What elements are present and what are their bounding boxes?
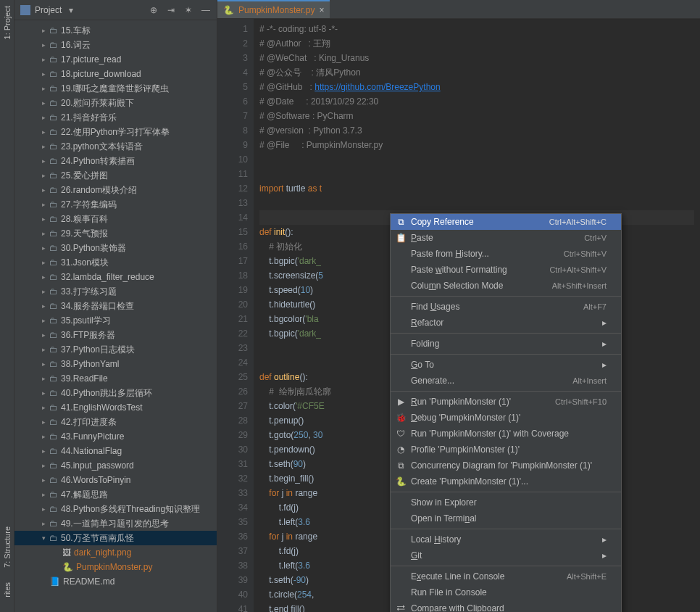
menu-item[interactable]: Folding▸ <box>391 336 621 352</box>
expand-arrow-icon[interactable]: ▸ <box>42 491 49 498</box>
menu-item[interactable]: Paste from History...Ctrl+Shift+V <box>391 246 621 262</box>
expand-arrow-icon[interactable]: ▸ <box>42 273 49 281</box>
menu-item[interactable]: 🛡Run 'PumpkinMonster (1)' with Coverage <box>391 426 621 442</box>
menu-item[interactable]: Paste without FormattingCtrl+Alt+Shift+V <box>391 262 621 278</box>
folder-item[interactable]: ▸🗀19.哪吒之魔童降世影评爬虫 <box>14 81 217 96</box>
folder-item[interactable]: ▸🗀26.random模块介绍 <box>14 183 217 197</box>
project-tree[interactable]: ▸🗀15.车标▸🗀16.词云▸🗀17.picture_read▸🗀18.pict… <box>14 20 217 612</box>
expand-arrow-icon[interactable]: ▸ <box>42 85 49 92</box>
tab-file[interactable]: 🐍 PumpkinMonster.py × <box>217 0 330 18</box>
expand-arrow-icon[interactable]: ▸ <box>42 56 49 63</box>
folder-item[interactable]: ▸🗀31.Json模块 <box>14 255 217 270</box>
folder-item[interactable]: ▸🗀25.爱心拼图 <box>14 168 217 183</box>
expand-arrow-icon[interactable]: ▸ <box>42 70 49 78</box>
folder-item[interactable]: ▸🗀22.使用Python学习打军体拳 <box>14 125 217 139</box>
expand-arrow-icon[interactable]: ▸ <box>42 433 49 440</box>
expand-arrow-icon[interactable]: ▸ <box>42 201 49 208</box>
folder-item[interactable]: ▸🗀34.服务器端口检查 <box>14 299 217 313</box>
expand-arrow-icon[interactable]: ▸ <box>42 27 49 34</box>
menu-item[interactable]: Show in Explorer <box>391 495 621 510</box>
folder-item[interactable]: ▸🗀49.一道简单习题引发的思考 <box>14 516 217 531</box>
expand-arrow-icon[interactable]: ▸ <box>42 476 49 484</box>
menu-item[interactable]: Find UsagesAlt+F7 <box>391 299 621 315</box>
expand-arrow-icon[interactable]: ▸ <box>42 447 49 455</box>
folder-item[interactable]: ▸🗀42.打印进度条 <box>14 415 217 429</box>
menu-item[interactable]: ▶Run 'PumpkinMonster (1)'Ctrl+Shift+F10 <box>391 394 621 410</box>
folder-item[interactable]: ▸🗀44.NationalFlag <box>14 444 217 458</box>
expand-arrow-icon[interactable]: ▸ <box>42 520 49 527</box>
folder-item[interactable]: ▸🗀43.FunnyPicture <box>14 429 217 444</box>
expand-arrow-icon[interactable]: ▸ <box>42 302 49 310</box>
expand-arrow-icon[interactable]: ▸ <box>42 143 49 150</box>
menu-item[interactable]: Column Selection ModeAlt+Shift+Insert <box>391 278 621 294</box>
expand-arrow-icon[interactable]: ▸ <box>42 346 49 353</box>
menu-item[interactable]: 📋PasteCtrl+V <box>391 230 621 246</box>
expand-arrow-icon[interactable]: ▸ <box>42 244 49 252</box>
folder-item[interactable]: ▸🗀46.WordsToPinyin <box>14 473 217 487</box>
file-item[interactable]: 📘README.md <box>14 574 217 589</box>
expand-arrow-icon[interactable]: ▸ <box>42 41 49 49</box>
menu-item[interactable]: Run File in Console <box>391 584 621 600</box>
folder-item[interactable]: ▸🗀40.Python跳出多层循环 <box>14 386 217 400</box>
folder-item[interactable]: ▸🗀38.PythonYaml <box>14 357 217 371</box>
expand-arrow-icon[interactable]: ▸ <box>42 288 49 295</box>
expand-arrow-icon[interactable]: ▸ <box>42 186 49 194</box>
chevron-down-icon[interactable]: ▾ <box>66 5 76 15</box>
menu-item[interactable]: Local History▸ <box>391 532 621 547</box>
file-item[interactable]: 🖼dark_night.png <box>14 545 217 560</box>
folder-item[interactable]: ▸🗀36.FTP服务器 <box>14 328 217 342</box>
folder-item[interactable]: ▸🗀21.抖音好音乐 <box>14 110 217 125</box>
folder-item[interactable]: ▸🗀15.车标 <box>14 23 217 38</box>
folder-item[interactable]: ▸🗀32.lambda_filter_reduce <box>14 270 217 284</box>
folder-item[interactable]: ▸🗀28.糗事百科 <box>14 212 217 226</box>
expand-arrow-icon[interactable]: ▸ <box>42 505 49 513</box>
folder-item[interactable]: ▸🗀45.input_password <box>14 458 217 473</box>
folder-item[interactable]: ▸🗀39.ReadFile <box>14 371 217 386</box>
menu-item[interactable]: Go To▸ <box>391 357 621 373</box>
expand-arrow-icon[interactable]: ▸ <box>42 360 49 368</box>
rail-structure[interactable]: 7: Structure <box>3 526 12 568</box>
folder-item[interactable]: ▸🗀41.EnglishWordsTest <box>14 400 217 415</box>
menu-item[interactable]: Execute Line in ConsoleAlt+Shift+E <box>391 568 621 584</box>
expand-arrow-icon[interactable]: ▸ <box>42 215 49 223</box>
menu-item[interactable]: ⧉Concurrency Diagram for 'PumpkinMonster… <box>391 458 621 474</box>
expand-arrow-icon[interactable]: ▸ <box>42 331 49 339</box>
folder-item[interactable]: ▸🗀24.Python转素描画 <box>14 154 217 168</box>
menu-item[interactable]: 🐞Debug 'PumpkinMonster (1)' <box>391 410 621 426</box>
rail-favorites[interactable]: rites <box>3 582 12 597</box>
expand-arrow-icon[interactable]: ▸ <box>42 128 49 136</box>
menu-item[interactable]: Refactor▸ <box>391 315 621 331</box>
target-icon[interactable]: ⊕ <box>149 5 159 15</box>
close-icon[interactable]: × <box>319 5 324 15</box>
folder-item[interactable]: ▸🗀35.psutil学习 <box>14 313 217 328</box>
expand-arrow-icon[interactable]: ▸ <box>42 418 49 426</box>
folder-item[interactable]: ▸🗀30.Python装饰器 <box>14 241 217 255</box>
menu-item[interactable]: ◔Profile 'PumpkinMonster (1)' <box>391 442 621 458</box>
folder-item[interactable]: ▸🗀27.字符集编码 <box>14 197 217 212</box>
expand-arrow-icon[interactable]: ▸ <box>42 114 49 121</box>
collapse-icon[interactable]: ⇥ <box>166 5 176 15</box>
folder-item[interactable]: ▸🗀20.慰问乔莱莉殿下 <box>14 96 217 110</box>
folder-item[interactable]: ▸🗀16.词云 <box>14 38 217 52</box>
folder-item[interactable]: ▸🗀23.python文本转语音 <box>14 139 217 154</box>
folder-item[interactable]: ▾🗀50.万圣节画南瓜怪 <box>14 531 217 545</box>
folder-item[interactable]: ▸🗀37.Python日志模块 <box>14 342 217 357</box>
expand-arrow-icon[interactable]: ▸ <box>42 259 49 266</box>
menu-item[interactable]: Generate...Alt+Insert <box>391 373 621 389</box>
folder-item[interactable]: ▸🗀33.打字练习题 <box>14 284 217 299</box>
expand-arrow-icon[interactable]: ▸ <box>42 389 49 397</box>
folder-item[interactable]: ▸🗀48.Python多线程Threading知识整理 <box>14 502 217 516</box>
expand-arrow-icon[interactable]: ▸ <box>42 157 49 165</box>
rail-project[interactable]: 1: Project <box>3 6 12 39</box>
menu-item[interactable]: ⧉Copy ReferenceCtrl+Alt+Shift+C <box>391 214 621 230</box>
menu-item[interactable]: Open in Terminal <box>391 510 621 526</box>
menu-item[interactable]: ⮂Compare with Clipboard <box>391 600 621 612</box>
expand-arrow-icon[interactable]: ▸ <box>42 230 49 237</box>
expand-arrow-icon[interactable]: ▸ <box>42 404 49 411</box>
gear-icon[interactable]: ✶ <box>183 5 193 15</box>
folder-item[interactable]: ▸🗀47.解题思路 <box>14 487 217 502</box>
folder-item[interactable]: ▸🗀18.picture_download <box>14 67 217 81</box>
expand-arrow-icon[interactable]: ▸ <box>42 172 49 179</box>
expand-arrow-icon[interactable]: ▾ <box>42 534 49 542</box>
expand-arrow-icon[interactable]: ▸ <box>42 99 49 107</box>
